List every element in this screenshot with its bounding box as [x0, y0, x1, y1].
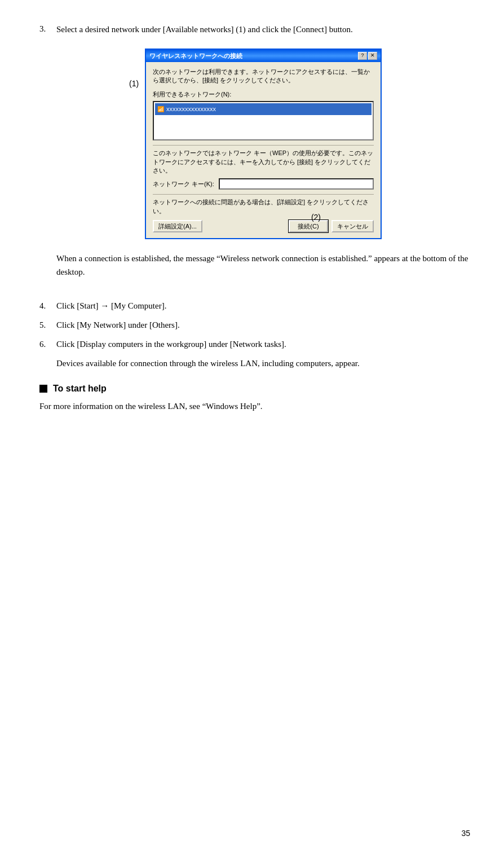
section-header: To start help — [39, 384, 470, 394]
button-right: 接続(C) キャンセル — [289, 220, 374, 232]
step-3: 3. Select a desired network under [Avail… — [39, 23, 470, 289]
win-dialog-title: ワイヤレスネットワークへの接続 — [149, 51, 242, 61]
win-description: 次のネットワークは利用できます。ネットワークにアクセスするには、一覧から選択して… — [153, 68, 374, 85]
bullet-icon — [39, 385, 47, 393]
step-3-text: Select a desired network under [Availabl… — [56, 23, 470, 36]
dialog-container: (1) (2) ワイヤレスネットワークへの接続 ? ✕ 次のネットワークは利用 — [56, 49, 470, 239]
step-5-content: Click [My Network] under [Others]. — [56, 318, 470, 332]
step-5: 5. Click [My Network] under [Others]. — [39, 318, 470, 332]
step-4-number: 4. — [39, 299, 56, 313]
help-button[interactable]: ? — [358, 52, 367, 60]
advanced-button[interactable]: 詳細設定(A)... — [153, 220, 202, 232]
step-3-content: Select a desired network under [Availabl… — [56, 23, 470, 289]
section-title: To start help — [53, 384, 107, 394]
connect-button[interactable]: 接続(C) — [289, 220, 328, 232]
win-titlebar: ワイヤレスネットワークへの接続 ? ✕ — [146, 50, 381, 62]
step-4: 4. Click [Start] → [My Computer]. — [39, 299, 470, 313]
key-input[interactable] — [219, 178, 374, 190]
label-1: (1) — [129, 78, 139, 90]
step-3-number: 3. — [39, 23, 56, 289]
step-5-text: Click [My Network] under [Others]. — [56, 318, 470, 332]
section-body: For more information on the wireless LAN… — [39, 399, 470, 413]
step-4-text: Click [Start] → [My Computer]. — [56, 299, 470, 313]
step-6-note: Devices available for connection through… — [56, 357, 470, 370]
win-dialog: ワイヤレスネットワークへの接続 ? ✕ 次のネットワークは利用できます。ネットワ… — [145, 49, 382, 239]
network-item[interactable]: 📶 xxxxxxxxxxxxxxxx — [155, 103, 372, 115]
win-body: 次のネットワークは利用できます。ネットワークにアクセスするには、一覧から選択して… — [146, 62, 381, 238]
separator-2 — [153, 194, 374, 195]
step-5-number: 5. — [39, 318, 56, 332]
wifi-icon: 📶 — [157, 105, 164, 113]
page-number: 35 — [461, 829, 470, 838]
key-field-row: ネットワーク キー(K): — [153, 178, 374, 190]
separator-1 — [153, 145, 374, 146]
close-button[interactable]: ✕ — [368, 52, 377, 60]
key-label: ネットワーク キー(K): — [153, 179, 214, 189]
win-titlebar-buttons: ? ✕ — [358, 52, 377, 60]
win-note: このネットワークではネットワーク キー（WEP）の使用が必要です。このネットワー… — [153, 149, 374, 175]
dialog-wrapper: (1) (2) ワイヤレスネットワークへの接続 ? ✕ 次のネットワークは利用 — [145, 49, 382, 239]
button-left: 詳細設定(A)... — [153, 220, 202, 232]
step-6-content: Click [Display computers in the workgrou… — [56, 337, 470, 351]
connection-note: When a connection is established, the me… — [56, 252, 470, 279]
step-6-text: Click [Display computers in the workgrou… — [56, 337, 470, 351]
win-listbox[interactable]: 📶 xxxxxxxxxxxxxxxx — [153, 101, 374, 140]
networks-label: 利用できるネットワーク(N): — [153, 90, 374, 99]
network-name: xxxxxxxxxxxxxxxx — [166, 104, 216, 114]
button-row: 詳細設定(A)... 接続(C) キャンセル — [153, 220, 374, 232]
footer-note: ネットワークへの接続に問題がある場合は、[詳細設定] をクリックしてください。 — [153, 198, 374, 215]
step-6-number: 6. — [39, 337, 56, 351]
step-6: 6. Click [Display computers in the workg… — [39, 337, 470, 351]
cancel-button[interactable]: キャンセル — [331, 220, 374, 232]
label-2: (2) — [311, 212, 321, 223]
step-4-content: Click [Start] → [My Computer]. — [56, 299, 470, 313]
